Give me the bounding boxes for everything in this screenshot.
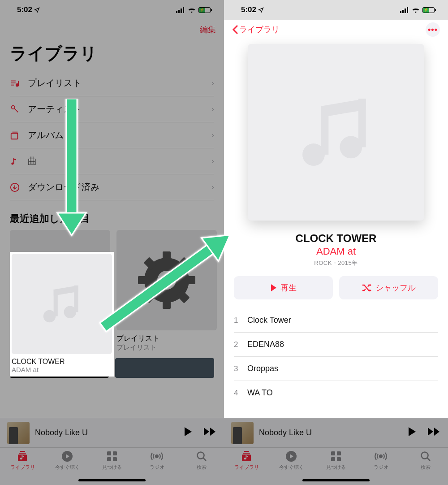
svg-rect-19 bbox=[20, 451, 25, 452]
play-button[interactable]: 再生 bbox=[234, 276, 333, 299]
tab-search[interactable]: 検索 bbox=[179, 450, 224, 485]
home-indicator[interactable] bbox=[78, 479, 146, 481]
now-playing-title: Nobody Like U bbox=[259, 428, 402, 437]
note-icon bbox=[10, 157, 24, 166]
track-num: 3 bbox=[234, 364, 247, 373]
wifi-icon bbox=[412, 7, 420, 13]
search-icon bbox=[196, 450, 207, 462]
lib-item-albums[interactable]: アルバム › bbox=[10, 122, 214, 148]
chevron-right-icon: › bbox=[211, 104, 214, 114]
lib-label: ダウンロード済み bbox=[24, 181, 211, 193]
track-name: WA TO bbox=[247, 388, 273, 398]
recent-title: プレイリスト bbox=[116, 334, 217, 343]
tab-label: 今すぐ聴く bbox=[279, 464, 304, 471]
grid-icon bbox=[331, 450, 341, 462]
svg-rect-24 bbox=[113, 451, 117, 455]
chevron-right-icon: › bbox=[211, 156, 214, 166]
svg-rect-43 bbox=[244, 451, 249, 452]
mic-icon bbox=[10, 104, 24, 114]
svg-point-27 bbox=[155, 455, 158, 458]
battery-icon: ⚡ bbox=[422, 7, 435, 13]
now-playing-art bbox=[231, 422, 254, 444]
home-indicator[interactable] bbox=[302, 479, 370, 481]
svg-rect-1 bbox=[178, 10, 180, 13]
now-playing-art bbox=[7, 422, 30, 444]
library-tab-icon bbox=[17, 450, 28, 462]
album-artist[interactable]: ADAM at bbox=[237, 246, 435, 257]
album-art-placeholder bbox=[12, 254, 112, 354]
svg-rect-0 bbox=[176, 11, 177, 13]
more-button[interactable]: ••• bbox=[426, 22, 440, 37]
highlighted-album-card[interactable]: CLOCK TOWER ADAM at bbox=[10, 252, 114, 377]
signal-icon bbox=[400, 7, 409, 13]
tab-label: ラジオ bbox=[374, 464, 388, 471]
track-row[interactable]: 3Oroppas bbox=[234, 357, 438, 381]
svg-rect-34 bbox=[402, 10, 404, 13]
album-meta: ROCK・2015年 bbox=[237, 259, 435, 267]
location-icon bbox=[258, 7, 264, 13]
location-icon bbox=[34, 7, 40, 13]
lib-item-playlists[interactable]: プレイリスト › bbox=[10, 70, 214, 96]
search-icon bbox=[420, 450, 431, 462]
track-row[interactable]: 2EDENA88 bbox=[234, 333, 438, 357]
shuffle-button[interactable]: シャッフル bbox=[339, 276, 438, 299]
radio-icon bbox=[151, 450, 163, 462]
play-icon[interactable] bbox=[184, 427, 193, 439]
tab-library[interactable]: ライブラリ bbox=[0, 450, 45, 485]
svg-rect-18 bbox=[19, 453, 26, 454]
track-num: 2 bbox=[234, 340, 247, 349]
track-name: Oroppas bbox=[247, 364, 278, 373]
tab-label: 見つける bbox=[326, 464, 346, 471]
back-button[interactable]: ライブラリ bbox=[232, 24, 280, 35]
edit-button[interactable]: 編集 bbox=[200, 24, 216, 35]
svg-rect-50 bbox=[337, 457, 341, 461]
lib-label: 曲 bbox=[24, 155, 211, 167]
album-strip[interactable] bbox=[115, 358, 214, 378]
chevron-right-icon: › bbox=[211, 182, 214, 192]
tab-search[interactable]: 検索 bbox=[403, 450, 448, 485]
svg-rect-2 bbox=[181, 9, 182, 13]
tab-label: 検索 bbox=[197, 464, 207, 471]
svg-rect-36 bbox=[407, 7, 408, 13]
playlist-icon bbox=[10, 78, 24, 88]
track-row[interactable]: 4WA TO bbox=[234, 381, 438, 405]
tab-label: 見つける bbox=[102, 464, 122, 471]
lib-item-songs[interactable]: 曲 › bbox=[10, 148, 214, 174]
svg-rect-3 bbox=[183, 7, 184, 13]
library-list: プレイリスト › アーティスト › アルバム › 曲 › ダウンロード済み › bbox=[0, 70, 224, 200]
forward-icon[interactable] bbox=[427, 427, 441, 439]
tab-library[interactable]: ライブラリ bbox=[224, 450, 269, 485]
tab-label: 検索 bbox=[421, 464, 431, 471]
track-row[interactable]: 1Clock Tower bbox=[234, 308, 438, 333]
play-circle-icon bbox=[61, 450, 73, 462]
album-title: CLOCK TOWER bbox=[237, 232, 435, 245]
track-num: 1 bbox=[234, 316, 247, 325]
svg-rect-48 bbox=[337, 451, 341, 455]
svg-point-28 bbox=[198, 452, 204, 459]
svg-point-52 bbox=[422, 452, 428, 459]
clock: 5:02 bbox=[17, 5, 32, 14]
now-playing-bar[interactable]: Nobody Like U bbox=[0, 418, 224, 447]
play-label: 再生 bbox=[280, 282, 297, 293]
album-screen: 5:02 ⚡ ライブラリ ••• CLOCK TOWER ADAM at ROC… bbox=[224, 0, 448, 485]
status-bar: 5:02 ⚡ bbox=[0, 0, 224, 20]
status-bar: 5:02 ⚡ bbox=[224, 0, 448, 20]
svg-point-8 bbox=[12, 105, 15, 108]
recent-sub: プレイリスト bbox=[116, 343, 217, 352]
album-icon bbox=[10, 130, 24, 140]
play-circle-icon bbox=[285, 450, 297, 462]
forward-icon[interactable] bbox=[203, 427, 217, 439]
play-icon[interactable] bbox=[408, 427, 417, 439]
wifi-icon bbox=[188, 7, 196, 13]
lib-item-downloaded[interactable]: ダウンロード済み › bbox=[10, 174, 214, 200]
signal-icon bbox=[176, 7, 185, 13]
svg-point-51 bbox=[379, 455, 382, 458]
recent-playlist[interactable]: プレイリスト プレイリスト bbox=[116, 230, 217, 352]
chevron-right-icon: › bbox=[211, 78, 214, 88]
lib-item-artists[interactable]: アーティスト › bbox=[10, 96, 214, 122]
track-name: EDENA88 bbox=[247, 340, 284, 349]
recent-title: CLOCK TOWER bbox=[12, 358, 112, 366]
svg-rect-35 bbox=[405, 9, 406, 13]
now-playing-bar[interactable]: Nobody Like U bbox=[224, 418, 448, 447]
album-art-gear bbox=[116, 230, 217, 330]
